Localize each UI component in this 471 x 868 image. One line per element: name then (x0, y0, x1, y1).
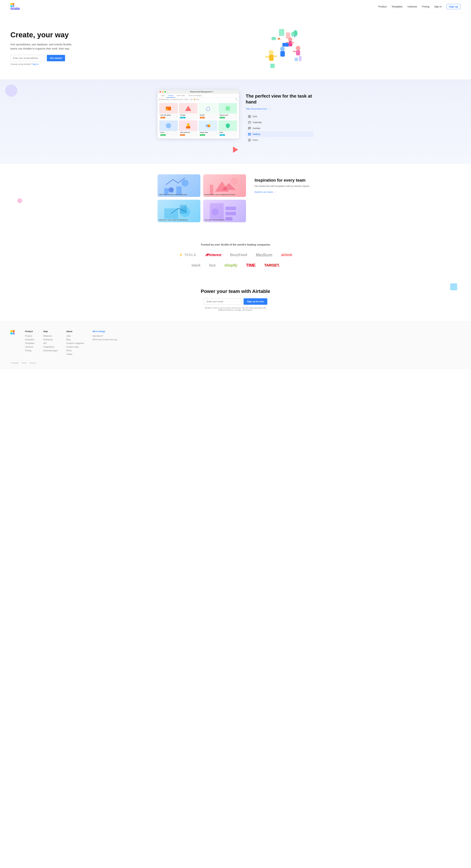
footer-jobs[interactable]: Jobs (66, 335, 84, 337)
logo-time: TIME (246, 263, 256, 268)
footer-inspiration[interactable]: Inspiration (25, 338, 35, 341)
footer-templates[interactable]: Templates (25, 342, 35, 344)
svg-rect-14 (273, 55, 277, 57)
footer-product[interactable]: Product (25, 335, 35, 337)
svg-rect-50 (248, 134, 249, 135)
purple-circle-accent (5, 85, 18, 97)
nav-links: Product Templates Universe Pricing Sign … (378, 4, 461, 9)
logo-shopify: shopify (224, 263, 237, 268)
mock-card-7: Plant Object (218, 120, 237, 137)
footer-terms[interactable]: Terms (22, 362, 27, 364)
svg-rect-13 (265, 56, 269, 58)
tour-link[interactable]: Take the product tour → (246, 107, 270, 110)
hero-image (87, 24, 461, 72)
template-card-project[interactable]: Project Management (203, 200, 246, 222)
templates-heading: Inspiration for every team (255, 178, 314, 183)
trusted-heading: Trusted by over 30,000 of the world's le… (7, 243, 464, 246)
footer-inner: Product Product Inspiration Templates Un… (10, 330, 461, 356)
form-icon (248, 138, 251, 142)
mock-card-3: Square green Shape (218, 103, 237, 119)
minimize-dot (162, 91, 163, 93)
cta-email-input[interactable] (204, 298, 242, 305)
play-icon (233, 147, 238, 153)
footer-col-help: Help Webinars Enterprise API Integration… (43, 330, 58, 356)
templates-right: Inspiration for every team Get started f… (255, 174, 314, 194)
svg-rect-51 (249, 134, 251, 135)
footer-hear-from-you[interactable]: We'd love to hear from you (93, 338, 117, 341)
footer-integrations[interactable]: Integrations (43, 346, 58, 348)
view-form[interactable]: Form (246, 137, 314, 143)
svg-point-27 (166, 108, 168, 110)
svg-rect-46 (249, 127, 250, 129)
nav-signup[interactable]: Sign up (446, 4, 461, 9)
footer-contact[interactable]: Contact sales (66, 346, 84, 348)
nav-logo[interactable]: Airtable (10, 3, 20, 10)
feature-right: The perfect view for the task at hand Ta… (246, 90, 314, 143)
cta-note: Airtable is free to use for teams of any… (204, 307, 267, 311)
footer-enterprise[interactable]: Enterprise (43, 338, 58, 341)
hero-signin-link[interactable]: Sign in (32, 63, 39, 65)
mock-tab-style[interactable]: Style Guide (175, 94, 187, 98)
grid-icon (248, 115, 251, 118)
svg-point-57 (168, 187, 174, 192)
view-gallery[interactable]: Gallery (246, 131, 314, 137)
svg-point-71 (211, 208, 218, 215)
mock-card-4: Circle Shape (159, 120, 178, 137)
template-card-marketing[interactable]: Marketing and Communications (203, 174, 246, 197)
nav-templates[interactable]: Templates (392, 5, 403, 8)
svg-point-24 (271, 37, 276, 40)
mock-tab-login[interactable]: Login (159, 94, 167, 98)
nav-product[interactable]: Product (378, 5, 387, 8)
hero-cta-button[interactable]: Get started (47, 55, 65, 61)
svg-point-63 (231, 178, 237, 185)
footer-webinars[interactable]: Webinars (43, 335, 58, 337)
svg-rect-62 (210, 185, 213, 195)
footer-api[interactable]: API (43, 342, 58, 344)
svg-rect-23 (299, 56, 302, 61)
logo-tesla: ⚡ TESLA (179, 253, 196, 257)
svg-point-11 (269, 50, 274, 55)
view-calendar[interactable]: Calendar (246, 120, 314, 125)
nav-pricing[interactable]: Pricing (422, 5, 429, 8)
footer: Product Product Inspiration Templates Un… (0, 321, 471, 369)
footer-universe[interactable]: Universe (25, 346, 35, 348)
logo-buzzfeed: BuzzFeed (230, 253, 247, 257)
mock-tab-messaging[interactable]: Product Messaging (187, 94, 203, 98)
svg-rect-10 (282, 46, 289, 47)
svg-rect-21 (293, 51, 296, 52)
templates-subtext: Get started fast with templates built by… (255, 184, 314, 188)
footer-twitter[interactable]: Twitter (66, 353, 84, 355)
footer-questions[interactable]: Questions? (93, 335, 117, 337)
view-grid[interactable]: Grid (246, 114, 314, 120)
footer-creators[interactable]: Creators magazine (66, 342, 84, 344)
logos-grid: ⚡ TESLA 𝒫Pinterest BuzzFeed Medium airbn… (175, 252, 296, 268)
view-kanban[interactable]: Kanban (246, 125, 314, 131)
kanban-icon (248, 127, 251, 130)
mock-tab-images[interactable]: Images (167, 94, 175, 98)
footer-press[interactable]: Press (66, 349, 84, 352)
close-dot (160, 91, 161, 93)
footer-blog[interactable]: Blog (66, 338, 84, 341)
svg-rect-49 (249, 133, 251, 134)
feature-heading: The perfect view for the task at hand (246, 93, 314, 105)
template-card-creative[interactable]: Creative Teams and Agencies (158, 174, 200, 197)
svg-rect-47 (250, 127, 251, 129)
svg-rect-37 (248, 115, 249, 116)
nav-signin[interactable]: Sign in (434, 5, 442, 8)
hero-email-input[interactable] (10, 55, 45, 61)
svg-rect-8 (291, 42, 294, 43)
mock-tabs: Login Images Style Guide Product Messagi… (158, 94, 239, 98)
template-card-product[interactable]: Product and User Experience (158, 200, 200, 222)
footer-download-apps[interactable]: Download apps (43, 349, 58, 352)
svg-point-33 (187, 125, 188, 126)
svg-rect-48 (248, 133, 249, 134)
cta-button[interactable]: Sign up for free (243, 298, 267, 305)
explore-link[interactable]: Explore use cases → (255, 191, 276, 193)
hero-headline: Create, your way (10, 31, 80, 39)
footer-privacy[interactable]: Privacy (30, 362, 36, 364)
logo-airbnb: airbnb (281, 253, 292, 257)
footer-pricing[interactable]: Pricing (25, 349, 35, 352)
svg-rect-40 (249, 117, 251, 118)
blue-square-accent (450, 283, 457, 290)
nav-universe[interactable]: Universe (407, 5, 417, 8)
